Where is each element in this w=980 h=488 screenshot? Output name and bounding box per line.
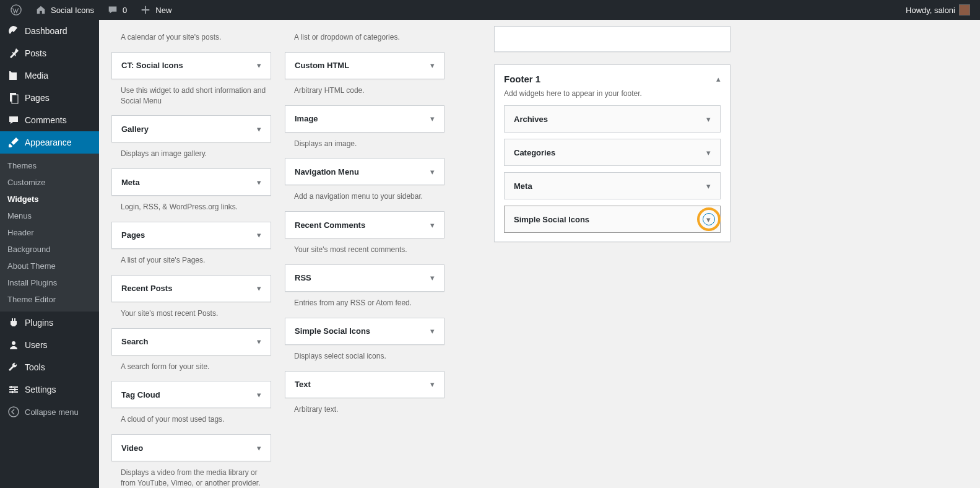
chevron-down-icon[interactable]: ▾ [706, 181, 711, 191]
widget-title: Gallery [121, 124, 149, 134]
menu-tools[interactable]: Tools [0, 356, 99, 378]
menu-pages-label: Pages [25, 93, 50, 103]
submenu-theme-editor[interactable]: Theme Editor [0, 291, 99, 308]
widget-description: Displays a video from the media library … [121, 468, 271, 488]
available-widget[interactable]: Recent Posts▾ [111, 275, 271, 302]
menu-appearance[interactable]: Appearance [0, 131, 99, 154]
submenu-about-theme[interactable]: About Theme [0, 258, 99, 274]
widget-title: Image [295, 114, 318, 123]
plugin-icon [7, 316, 20, 329]
widget-description: Entries from any RSS or Atom feed. [294, 298, 444, 308]
chevron-down-icon: ▾ [430, 326, 435, 336]
available-widget[interactable]: CT: Social Icons▾ [111, 52, 271, 79]
placed-widget[interactable]: Meta▾ [504, 172, 721, 199]
available-widget[interactable]: Recent Comments▾ [285, 211, 444, 238]
widget-area-desc: Add widgets here to appear in your foote… [495, 87, 730, 105]
chevron-down-icon: ▾ [257, 390, 261, 399]
chevron-down-icon[interactable]: ▾ [706, 215, 711, 224]
available-widget[interactable]: Custom HTML▾ [285, 52, 444, 79]
widget-title: RSS [295, 273, 311, 282]
widget-title: CT: Social Icons [121, 61, 183, 70]
chevron-down-icon: ▾ [257, 124, 261, 134]
dashboard-icon [7, 25, 20, 37]
menu-media-label: Media [25, 71, 48, 81]
menu-media[interactable]: Media [0, 64, 99, 87]
chevron-down-icon: ▾ [430, 220, 435, 230]
comments-link[interactable]: 0 [102, 0, 132, 20]
available-widget[interactable]: Search▾ [111, 328, 271, 355]
wp-logo[interactable] [5, 0, 27, 20]
widget-title: Video [121, 443, 143, 453]
my-account-link[interactable]: Howdy, saloni [901, 0, 975, 20]
submenu-header[interactable]: Header [0, 224, 99, 241]
new-label: New [155, 6, 171, 15]
wordpress-icon [10, 4, 22, 16]
chevron-down-icon: ▾ [430, 114, 435, 123]
chevron-up-icon: ▴ [716, 74, 721, 84]
svg-rect-2 [12, 95, 18, 103]
user-icon [7, 339, 20, 351]
widget-title: Tag Cloud [121, 390, 160, 399]
available-widget[interactable]: Tag Cloud▾ [111, 381, 271, 408]
menu-plugins[interactable]: Plugins [0, 312, 99, 334]
admin-menu: Dashboard Posts Media Pages Comments App… [0, 20, 99, 488]
svg-point-10 [9, 407, 19, 417]
chevron-down-icon: ▾ [257, 230, 261, 240]
widget-description: Use this widget to add short information… [121, 85, 271, 107]
chevron-down-icon[interactable]: ▾ [706, 148, 711, 157]
widget-description: A list or dropdown of categories. [294, 32, 444, 43]
plus-icon [139, 4, 152, 16]
submenu-customize[interactable]: Customize [0, 174, 99, 191]
menu-users[interactable]: Users [0, 334, 99, 356]
submenu-background[interactable]: Background [0, 241, 99, 258]
available-widget[interactable]: Navigation Menu▾ [285, 158, 444, 185]
svg-point-3 [12, 341, 15, 345]
settings-icon [7, 383, 20, 396]
menu-pages[interactable]: Pages [0, 87, 99, 109]
placed-widget[interactable]: Categories▾ [504, 139, 721, 166]
menu-comments[interactable]: Comments [0, 109, 99, 131]
collapse-menu[interactable]: Collapse menu [0, 401, 99, 423]
svg-rect-7 [11, 386, 12, 388]
menu-settings[interactable]: Settings [0, 378, 99, 401]
widget-title: Archives [514, 115, 548, 124]
available-widget[interactable]: Image▾ [285, 105, 444, 133]
available-widget[interactable]: RSS▾ [285, 264, 444, 292]
menu-dashboard[interactable]: Dashboard [0, 20, 99, 42]
widget-description: Displays select social icons. [294, 351, 444, 362]
menu-posts[interactable]: Posts [0, 42, 99, 64]
chevron-down-icon[interactable]: ▾ [706, 115, 711, 124]
widget-title: Recent Posts [121, 284, 172, 293]
chevron-down-icon: ▾ [257, 443, 261, 453]
pin-icon [7, 47, 20, 59]
available-widget[interactable]: Video▾ [111, 434, 271, 461]
available-widget[interactable]: Gallery▾ [111, 115, 271, 142]
submenu-widgets[interactable]: Widgets [0, 191, 99, 207]
widget-title: Text [295, 380, 311, 389]
chevron-down-icon: ▾ [430, 380, 435, 389]
collapse-icon [7, 406, 20, 418]
widget-description: Arbitrary text. [294, 404, 444, 415]
available-widget[interactable]: Pages▾ [111, 222, 271, 249]
widget-area-header[interactable]: Footer 1 ▴ [495, 65, 730, 87]
widget-area-collapsed[interactable] [494, 26, 731, 52]
new-content-link[interactable]: New [134, 0, 176, 20]
widget-title: Meta [121, 178, 140, 187]
submenu-themes[interactable]: Themes [0, 157, 99, 174]
placed-widget[interactable]: Simple Social Icons▾ [504, 206, 721, 233]
submenu-appearance: Themes Customize Widgets Menus Header Ba… [0, 154, 99, 312]
submenu-menus[interactable]: Menus [0, 207, 99, 224]
available-widget[interactable]: Meta▾ [111, 168, 271, 196]
placed-widget[interactable]: Archives▾ [504, 105, 721, 133]
menu-users-label: Users [25, 340, 48, 350]
widget-title: Custom HTML [295, 61, 349, 70]
chevron-down-icon: ▾ [257, 284, 261, 293]
available-widget[interactable]: Text▾ [285, 371, 444, 398]
submenu-install-plugins[interactable]: Install Plugins [0, 274, 99, 291]
site-name-link[interactable]: Social Icons [30, 0, 99, 20]
pages-icon [7, 92, 20, 104]
available-widget[interactable]: Simple Social Icons▾ [285, 318, 444, 345]
comment-icon [7, 114, 20, 126]
widget-title: Simple Social Icons [514, 215, 589, 224]
widget-description: Your site's most recent Posts. [121, 308, 271, 319]
